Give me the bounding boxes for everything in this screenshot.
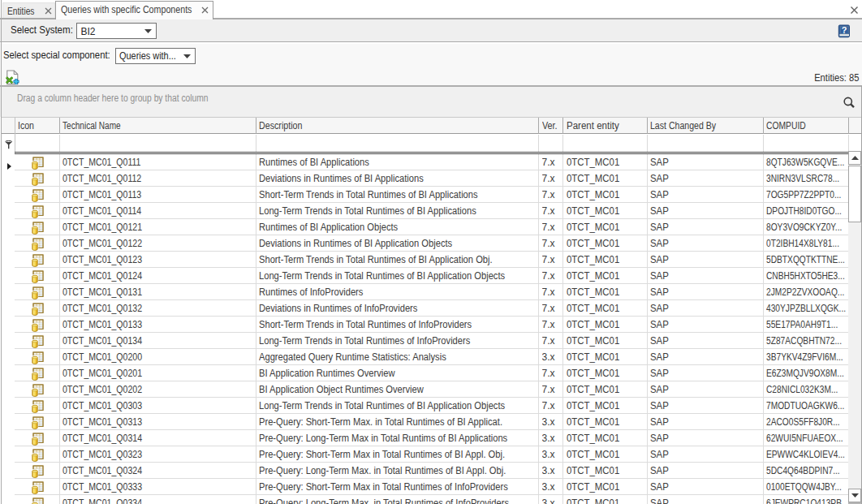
- svg-text:?: ?: [841, 24, 847, 34]
